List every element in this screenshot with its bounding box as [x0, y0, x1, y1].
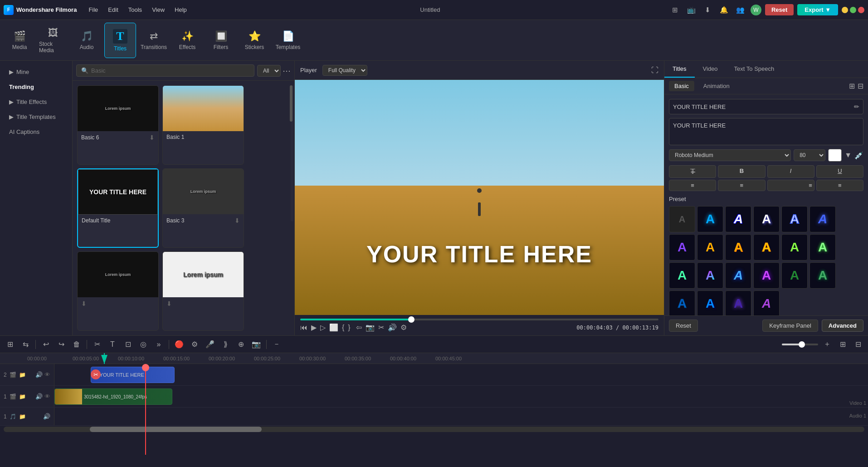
- sidebar-item-trending[interactable]: Trending: [2, 80, 70, 94]
- mark-out-icon[interactable]: }: [348, 324, 350, 332]
- ripple-icon[interactable]: ⇆: [19, 338, 32, 351]
- basic3-download-icon[interactable]: ⬇: [234, 217, 240, 224]
- tool-transitions[interactable]: ⇄ Transitions: [138, 23, 170, 58]
- minimize-button[interactable]: [842, 7, 848, 13]
- track-audio-icon[interactable]: 🔊: [35, 371, 43, 378]
- magnet-icon[interactable]: 🔴: [173, 338, 185, 351]
- tab-text-to-speech[interactable]: Text To Speech: [726, 61, 783, 78]
- multi-track-icon[interactable]: ⊞: [4, 338, 16, 351]
- quality-select[interactable]: Full Quality: [322, 65, 367, 76]
- menu-help[interactable]: Help: [170, 5, 191, 15]
- title-clip[interactable]: T YOUR TITLE HERE: [91, 367, 175, 383]
- zoom-in-icon[interactable]: ＋: [821, 338, 834, 351]
- track-audio-mute-icon[interactable]: 🔊: [43, 413, 50, 420]
- track-audio-icon-1[interactable]: 🔊: [35, 393, 43, 400]
- menu-file[interactable]: File: [84, 5, 102, 15]
- menu-view[interactable]: View: [147, 5, 169, 15]
- preset-15[interactable]: A: [753, 262, 780, 289]
- tool-filters[interactable]: 🔲 Filters: [205, 23, 237, 58]
- collapse-icon[interactable]: ⊟: [858, 82, 863, 90]
- preset-11[interactable]: A: [809, 234, 836, 261]
- export-button[interactable]: Export ▼: [797, 4, 838, 15]
- preset-17[interactable]: A: [809, 262, 836, 289]
- mask-icon[interactable]: ◎: [137, 338, 150, 351]
- close-button[interactable]: [858, 7, 864, 13]
- filter-more-icon[interactable]: ⋯: [283, 66, 291, 76]
- settings-icon[interactable]: ⚙: [400, 323, 407, 332]
- color-swatch[interactable]: [828, 149, 842, 162]
- preset-20[interactable]: A: [725, 290, 751, 315]
- redo-icon[interactable]: ↪: [55, 338, 68, 351]
- preset-10[interactable]: A: [781, 234, 808, 261]
- track-eye-icon[interactable]: 👁: [44, 371, 50, 378]
- lorem-download-icon[interactable]: ⬇: [166, 300, 172, 307]
- scrollbar-thumb[interactable]: [290, 85, 293, 122]
- undo-icon[interactable]: ↩: [39, 338, 52, 351]
- expand-icon[interactable]: ⊟: [852, 338, 864, 351]
- progress-bar[interactable]: [300, 319, 658, 320]
- tool-audio[interactable]: 🎵 Audio: [71, 23, 102, 58]
- keyframe-panel-button[interactable]: Keyframe Panel: [762, 320, 818, 332]
- progress-thumb[interactable]: [408, 316, 414, 323]
- align-center-btn[interactable]: ≡: [718, 180, 765, 191]
- sidebar-item-ai-captions[interactable]: AI Captions: [2, 125, 70, 139]
- b5-download-icon[interactable]: ⬇: [81, 300, 87, 307]
- audio-icon[interactable]: 🔊: [388, 323, 397, 332]
- motion-icon[interactable]: ⚙: [188, 338, 201, 351]
- preset-2[interactable]: A: [725, 206, 751, 232]
- preset-7[interactable]: A: [697, 234, 723, 261]
- grid-item-basic1[interactable]: Basic 1: [162, 85, 244, 165]
- preset-6[interactable]: A: [669, 234, 695, 261]
- tool-media[interactable]: 🎬 Media: [4, 23, 35, 58]
- preview-expand-icon[interactable]: ⛶: [651, 66, 658, 74]
- zoom-thumb[interactable]: [799, 341, 805, 348]
- font-select[interactable]: Roboto Medium: [669, 149, 791, 161]
- tool-stickers[interactable]: ⭐ Stickers: [239, 23, 270, 58]
- tool-templates[interactable]: 📄 Templates: [272, 23, 304, 58]
- preset-none[interactable]: A: [669, 206, 695, 232]
- devices-icon[interactable]: 📺: [685, 4, 698, 16]
- voice-icon[interactable]: 🎤: [204, 338, 216, 351]
- expand-icon[interactable]: ⊞: [849, 82, 855, 90]
- prev-frame-icon[interactable]: ⇦: [356, 323, 362, 332]
- mark-in-icon[interactable]: {: [342, 324, 344, 332]
- menu-tools[interactable]: Tools: [124, 5, 146, 15]
- split-icon[interactable]: ✂: [378, 323, 384, 332]
- stop-icon[interactable]: ⬜: [329, 323, 338, 332]
- basic6-download-icon[interactable]: ⬇: [149, 134, 155, 141]
- play-alt-icon[interactable]: ▷: [320, 323, 326, 332]
- purchase-button[interactable]: Reset: [765, 4, 794, 15]
- preset-12[interactable]: A: [669, 262, 695, 289]
- cut-icon[interactable]: ✂: [91, 338, 103, 351]
- track-icon[interactable]: ⊕: [234, 338, 247, 351]
- maximize-button[interactable]: [850, 7, 856, 13]
- eyedropper-icon[interactable]: 💉: [854, 151, 863, 160]
- grid-item-basic3[interactable]: Lorem ipsum Basic 3 ⬇: [162, 168, 244, 248]
- tab-video[interactable]: Video: [695, 61, 726, 78]
- preset-14[interactable]: A: [725, 262, 751, 289]
- community-icon[interactable]: 👥: [734, 4, 747, 16]
- grid-item-default[interactable]: YOUR TITLE HERE Default Title: [77, 168, 159, 248]
- snapshot-icon[interactable]: 📷: [366, 323, 375, 332]
- preset-21[interactable]: A: [753, 290, 780, 315]
- timeline-scrollbar[interactable]: [4, 427, 864, 432]
- zoom-bar[interactable]: [782, 344, 818, 345]
- preset-18[interactable]: A: [669, 290, 695, 315]
- color-picker-icon[interactable]: ▼: [844, 151, 852, 159]
- tool-stock[interactable]: 🖼 Stock Media: [37, 23, 69, 58]
- play-icon[interactable]: ▶: [311, 323, 317, 332]
- grid-icon[interactable]: ⊞: [836, 338, 849, 351]
- preset-16[interactable]: A: [781, 262, 808, 289]
- video-clip[interactable]: 3015482-hd_1920_1080_24fps: [54, 388, 172, 405]
- media-add-icon[interactable]: 📷: [250, 338, 263, 351]
- sidebar-item-mine[interactable]: ▶ Mine: [2, 65, 70, 79]
- sidebar-item-title-effects[interactable]: ▶ Title Effects: [2, 95, 70, 109]
- download-icon[interactable]: ⬇: [702, 4, 714, 16]
- track-add-audio-icon[interactable]: 📁: [19, 413, 26, 420]
- filter-select[interactable]: All: [257, 65, 281, 77]
- preset-9[interactable]: A: [753, 234, 780, 261]
- bold-btn[interactable]: B: [718, 165, 765, 178]
- italic-btn[interactable]: I: [767, 165, 814, 178]
- reset-button[interactable]: Reset: [669, 320, 698, 332]
- track-add-icon[interactable]: 📁: [19, 372, 26, 378]
